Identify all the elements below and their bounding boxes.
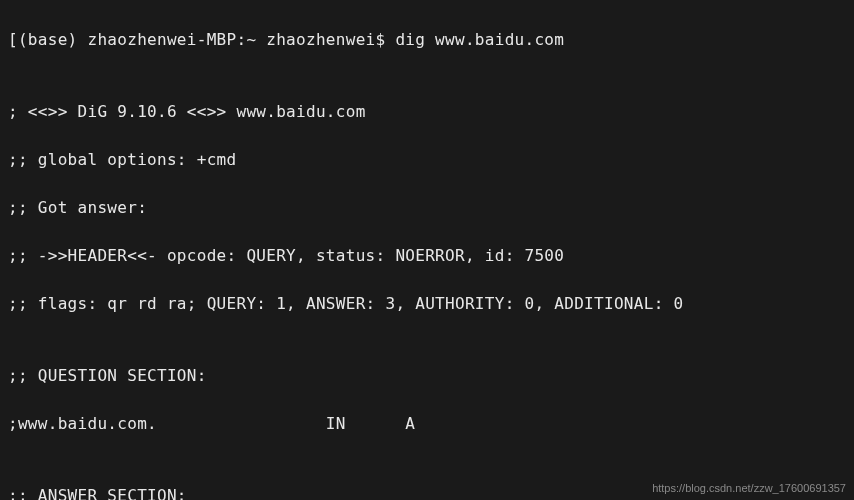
dig-banner: ; <<>> DiG 9.10.6 <<>> www.baidu.com	[8, 100, 846, 124]
shell-prompt-line: [(base) zhaozhenwei-MBP:~ zhaozhenwei$ d…	[8, 28, 846, 52]
watermark: https://blog.csdn.net/zzw_17600691357	[652, 480, 846, 497]
global-options: ;; global options: +cmd	[8, 148, 846, 172]
flags-line: ;; flags: qr rd ra; QUERY: 1, ANSWER: 3,…	[8, 292, 846, 316]
question-section-header: ;; QUESTION SECTION:	[8, 364, 846, 388]
terminal-output: [(base) zhaozhenwei-MBP:~ zhaozhenwei$ d…	[8, 4, 846, 500]
header-line: ;; ->>HEADER<<- opcode: QUERY, status: N…	[8, 244, 846, 268]
got-answer: ;; Got answer:	[8, 196, 846, 220]
question-row: ;www.baidu.com. IN A	[8, 412, 846, 436]
